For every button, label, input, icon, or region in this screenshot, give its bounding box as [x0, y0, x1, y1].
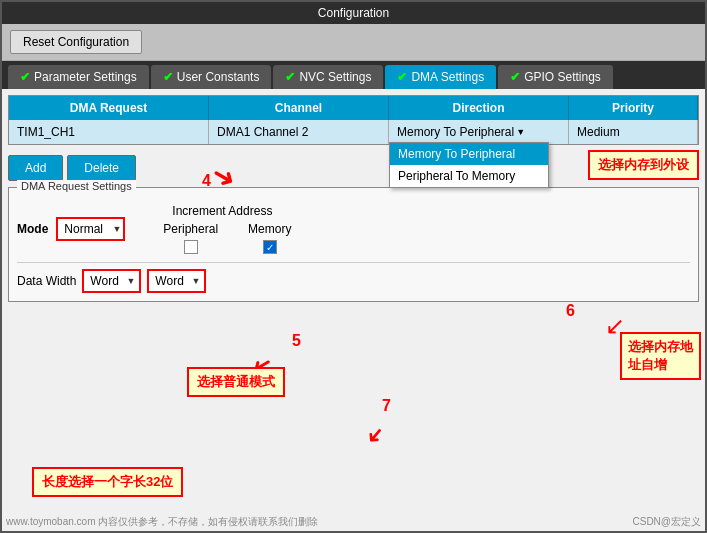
peripheral-checkbox[interactable]	[184, 240, 198, 254]
title-bar: Configuration	[2, 2, 705, 24]
cell-dma-request: TIM1_CH1	[9, 120, 209, 144]
peripheral-memory-section: Peripheral Memory	[163, 222, 291, 254]
table-header: DMA Request Channel Direction Priority	[9, 96, 698, 120]
main-content: DMA Request Channel Direction Priority T…	[2, 89, 705, 531]
tab-gpio-settings[interactable]: ✔ GPIO Settings	[498, 65, 613, 89]
reset-config-button[interactable]: Reset Configuration	[10, 30, 142, 54]
header-direction: Direction	[389, 96, 569, 120]
data-width-row: Data Width Word Word	[17, 262, 690, 293]
annotation-number-5: 5	[292, 332, 301, 350]
peripheral-label: Peripheral	[163, 222, 218, 236]
tab-bar: ✔ Parameter Settings ✔ User Constants ✔ …	[2, 61, 705, 89]
settings-box-title: DMA Request Settings	[17, 180, 136, 192]
tab-user-constants[interactable]: ✔ User Constants	[151, 65, 272, 89]
check-icon-gpio: ✔	[510, 70, 520, 84]
cell-priority: Medium	[569, 120, 698, 144]
check-icon-user: ✔	[163, 70, 173, 84]
mode-select-wrapper[interactable]: Normal	[56, 217, 125, 241]
dma-request-settings-box: DMA Request Settings Mode Normal Increme…	[8, 187, 699, 302]
data-width-peripheral-wrapper[interactable]: Word	[82, 269, 141, 293]
tab-dma-settings[interactable]: ✔ DMA Settings	[385, 65, 496, 89]
mode-label: Mode	[17, 222, 48, 236]
toymoban-watermark: www.toymoban.com 内容仅供参考，不存储，如有侵权请联系我们删除	[6, 515, 318, 529]
tab-label-gpio: GPIO Settings	[524, 70, 601, 84]
delete-button[interactable]: Delete	[67, 155, 136, 181]
memory-col: Memory	[248, 222, 291, 254]
direction-option-memory-to-peripheral[interactable]: Memory To Peripheral	[390, 143, 548, 165]
annotation-memory-addr: 选择内存地址自增	[620, 332, 701, 380]
toolbar: Reset Configuration	[2, 24, 705, 61]
data-width-memory-wrapper[interactable]: Word	[147, 269, 206, 293]
peripheral-col: Peripheral	[163, 222, 218, 254]
tab-label-user: User Constants	[177, 70, 260, 84]
direction-value: Memory To Peripheral	[397, 125, 514, 139]
increment-address-label: Increment Address	[172, 204, 272, 218]
data-width-label: Data Width	[17, 274, 76, 288]
tab-parameter-settings[interactable]: ✔ Parameter Settings	[8, 65, 149, 89]
header-channel: Channel	[209, 96, 389, 120]
dma-table: DMA Request Channel Direction Priority T…	[8, 95, 699, 145]
check-icon-param: ✔	[20, 70, 30, 84]
annotation-length: 长度选择一个字长32位	[32, 467, 183, 497]
tab-label-nvc: NVC Settings	[299, 70, 371, 84]
cell-channel: DMA1 Channel 2	[209, 120, 389, 144]
tab-label-param: Parameter Settings	[34, 70, 137, 84]
tab-nvc-settings[interactable]: ✔ NVC Settings	[273, 65, 383, 89]
table-row: TIM1_CH1 DMA1 Channel 2 Memory To Periph…	[9, 120, 698, 144]
direction-dropdown-popup[interactable]: Memory To Peripheral Peripheral To Memor…	[389, 142, 549, 188]
check-icon-dma: ✔	[397, 70, 407, 84]
csdn-watermark: CSDN@宏定义	[633, 515, 702, 529]
tab-label-dma: DMA Settings	[411, 70, 484, 84]
direction-option-peripheral-to-memory[interactable]: Peripheral To Memory	[390, 165, 548, 187]
dropdown-arrow-icon: ▼	[516, 127, 525, 137]
add-button[interactable]: Add	[8, 155, 63, 181]
annotation-select-mode: 选择普通模式	[187, 367, 285, 397]
header-priority: Priority	[569, 96, 698, 120]
annotation-number-6: 6	[566, 302, 575, 320]
data-width-memory-select[interactable]: Word	[149, 271, 204, 291]
main-window: Configuration Reset Configuration ✔ Para…	[0, 0, 707, 533]
mode-select[interactable]: Normal	[56, 217, 125, 241]
memory-label: Memory	[248, 222, 291, 236]
memory-checkbox[interactable]	[263, 240, 277, 254]
direction-dropdown[interactable]: Memory To Peripheral ▼	[397, 125, 560, 139]
settings-mode-row: Mode Normal Increment Address Peripheral	[17, 204, 690, 254]
cell-direction[interactable]: Memory To Peripheral ▼ Memory To Periphe…	[389, 120, 569, 144]
increment-address-section: Increment Address Peripheral Memory	[153, 204, 291, 254]
annotation-number-7: 7	[382, 397, 391, 415]
annotation-select-memory: 选择内存到外设	[588, 150, 699, 180]
check-icon-nvc: ✔	[285, 70, 295, 84]
window-title: Configuration	[318, 6, 389, 20]
header-dma-request: DMA Request	[9, 96, 209, 120]
data-width-peripheral-select[interactable]: Word	[84, 271, 139, 291]
